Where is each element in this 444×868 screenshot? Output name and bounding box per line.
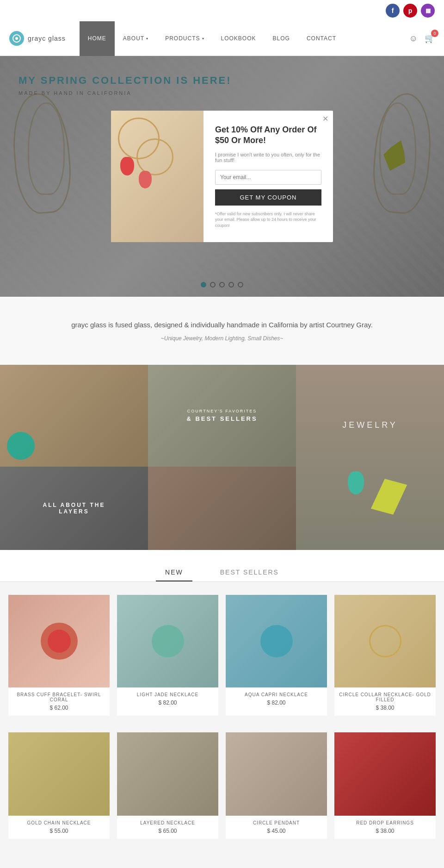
favorites-label-top: COURTNEY'S FAVORITES	[186, 409, 257, 413]
tabs-header: NEW BEST SELLERS	[0, 564, 444, 582]
popup-content: ✕ Get 10% Off Any Order Of $50 Or More! …	[204, 111, 333, 243]
about-section: grayc glass is fused glass, designed & i…	[0, 297, 444, 365]
product-price-6: $ 65.00	[121, 828, 215, 834]
grid-cell-layers[interactable]: ALL ABOUT THE LAYERS	[0, 467, 148, 550]
product-price-4: $ 38.00	[338, 705, 432, 711]
logo[interactable]: grayc glass	[9, 31, 66, 46]
product-card-3[interactable]: AQUA CAPRI NECKLACE $ 82.00	[226, 595, 327, 716]
popup-subtitle: I promise I won't write to you often, on…	[215, 152, 321, 163]
product-card-5[interactable]: GOLD CHAIN NECKLACE $ 55.00	[8, 732, 110, 839]
nav-item-blog[interactable]: BLOG	[265, 21, 298, 56]
popup-image-panel	[111, 111, 204, 243]
svg-point-1	[15, 37, 18, 40]
main-nav: grayc glass HOME ABOUT ▾ PRODUCTS ▾ LOOK…	[0, 21, 444, 56]
grid-cell-favorites[interactable]: COURTNEY'S FAVORITES & BEST SELLERS	[148, 365, 296, 467]
product-image-6	[117, 732, 218, 816]
product-name-7: CIRCLE PENDANT	[229, 820, 323, 825]
product-price-7: $ 45.00	[229, 828, 323, 834]
favorites-label-bottom: & BEST SELLERS	[186, 415, 257, 422]
tabs-section: NEW BEST SELLERS	[0, 550, 444, 582]
popup-close-button[interactable]: ✕	[322, 114, 328, 123]
product-price-3: $ 82.00	[229, 699, 323, 706]
product-info-3: AQUA CAPRI NECKLACE $ 82.00	[226, 687, 327, 711]
product-info-6: LAYERED NECKLACE $ 65.00	[117, 816, 218, 839]
jewelry-label: JEWELRY	[342, 420, 398, 430]
account-icon[interactable]: ☺	[409, 34, 418, 44]
social-bar: f p ▦	[0, 0, 444, 21]
product-name-5: GOLD CHAIN NECKLACE	[12, 820, 106, 825]
product-name-1: BRASS CUFF BRACELET- SWIRL CORAL	[12, 692, 106, 702]
about-main-text: grayc glass is fused glass, designed & i…	[14, 320, 430, 331]
product-info-1: BRASS CUFF BRACELET- SWIRL CORAL $ 62.00	[8, 687, 110, 716]
about-sub-text: ~Unique Jewelry, Modern Lighting, Small …	[14, 335, 430, 342]
nav-item-home[interactable]: HOME	[80, 21, 115, 56]
product-info-2: LIGHT JADE NECKLACE $ 82.00	[117, 687, 218, 711]
product-info-5: GOLD CHAIN NECKLACE $ 55.00	[8, 816, 110, 839]
product-name-8: RED DROP EARRINGS	[338, 820, 432, 825]
product-card-7[interactable]: CIRCLE PENDANT $ 45.00	[226, 732, 327, 839]
logo-text: grayc glass	[28, 35, 66, 42]
product-image-8	[334, 732, 436, 816]
grid-cell-jewelry[interactable]: JEWELRY	[296, 365, 444, 550]
product-name-2: LIGHT JADE NECKLACE	[121, 692, 215, 697]
instagram-icon[interactable]: ▦	[421, 4, 435, 18]
products-grid-2: GOLD CHAIN NECKLACE $ 55.00 LAYERED NECK…	[0, 729, 444, 852]
facebook-icon[interactable]: f	[386, 4, 400, 18]
product-name-4: CIRCLE COLLAR NECKLACE- GOLD FILLED	[338, 692, 432, 702]
grid-cell-necklace1[interactable]	[0, 365, 148, 467]
product-price-5: $ 55.00	[12, 828, 106, 834]
cart-icon[interactable]: 🛒 0	[425, 33, 435, 44]
grid-section: COURTNEY'S FAVORITES & BEST SELLERS JEWE…	[0, 365, 444, 550]
popup-disclaimer: *Offer valid for new subscribers only. I…	[215, 211, 321, 229]
about-arrow: ▾	[146, 37, 148, 41]
tab-new[interactable]: NEW	[156, 564, 192, 581]
product-image-2	[117, 595, 218, 687]
logo-icon	[9, 31, 24, 46]
product-info-8: RED DROP EARRINGS $ 38.00	[334, 816, 436, 839]
product-image-4	[334, 595, 436, 687]
product-image-5	[8, 732, 110, 816]
product-card-1[interactable]: BRASS CUFF BRACELET- SWIRL CORAL $ 62.00	[8, 595, 110, 716]
product-card-6[interactable]: LAYERED NECKLACE $ 65.00	[117, 732, 218, 839]
product-card-2[interactable]: LIGHT JADE NECKLACE $ 82.00	[117, 595, 218, 716]
product-image-1	[8, 595, 110, 687]
popup-overlay: ✕ Get 10% Off Any Order Of $50 Or More! …	[0, 56, 444, 297]
tab-best-sellers[interactable]: BEST SELLERS	[211, 564, 288, 581]
product-price-2: $ 82.00	[121, 699, 215, 706]
product-card-8[interactable]: RED DROP EARRINGS $ 38.00	[334, 732, 436, 839]
nav-item-contact[interactable]: CONTACT	[298, 21, 345, 56]
popup-email-input[interactable]	[215, 170, 321, 185]
product-name-6: LAYERED NECKLACE	[121, 820, 215, 825]
pinterest-icon[interactable]: p	[403, 4, 417, 18]
product-info-4: CIRCLE COLLAR NECKLACE- GOLD FILLED $ 38…	[334, 687, 436, 716]
product-name-3: AQUA CAPRI NECKLACE	[229, 692, 323, 697]
nav-item-lookbook[interactable]: LOOKBOOK	[213, 21, 265, 56]
product-image-3	[226, 595, 327, 687]
product-price-8: $ 38.00	[338, 828, 432, 834]
hero-section: MY SPRING COLLECTION IS HERE! MADE BY HA…	[0, 56, 444, 297]
product-card-4[interactable]: CIRCLE COLLAR NECKLACE- GOLD FILLED $ 38…	[334, 595, 436, 716]
nav-icons: ☺ 🛒 0	[409, 33, 435, 44]
coupon-button[interactable]: Get My Coupon	[215, 189, 321, 206]
nav-item-about[interactable]: ABOUT ▾	[115, 21, 157, 56]
popup-title: Get 10% Off Any Order Of $50 Or More!	[215, 125, 321, 146]
cart-badge: 0	[431, 30, 438, 37]
nav-items: HOME ABOUT ▾ PRODUCTS ▾ LOOKBOOK BLOG CO…	[80, 21, 409, 56]
layers-label: ALL ABOUT THE LAYERS	[43, 502, 105, 515]
product-image-7	[226, 732, 327, 816]
products-grid: BRASS CUFF BRACELET- SWIRL CORAL $ 62.00…	[0, 582, 444, 729]
product-price-1: $ 62.00	[12, 705, 106, 711]
products-arrow: ▾	[202, 37, 204, 41]
grid-cell-necklace2[interactable]	[148, 467, 296, 550]
product-info-7: CIRCLE PENDANT $ 45.00	[226, 816, 327, 839]
coupon-popup: ✕ Get 10% Off Any Order Of $50 Or More! …	[111, 111, 333, 243]
nav-item-products[interactable]: PRODUCTS ▾	[157, 21, 212, 56]
